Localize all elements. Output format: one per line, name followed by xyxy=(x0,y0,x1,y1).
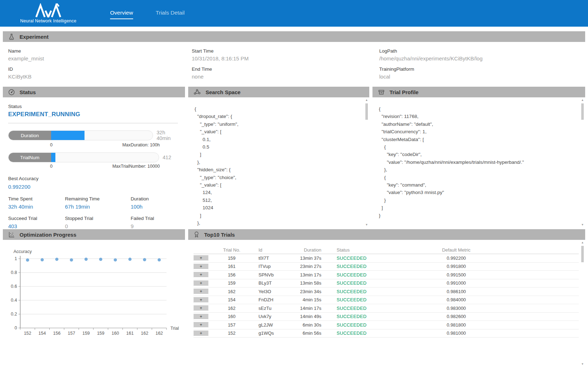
experiment-id-value: KCiBytKB xyxy=(8,74,192,82)
status-cell: SUCCEEDED xyxy=(323,314,405,319)
trial-id-cell: ITVup xyxy=(254,264,291,269)
scroll-down-icon[interactable]: ▼ xyxy=(364,223,369,227)
main-tabs: Overview Trials Detail xyxy=(109,7,186,19)
stat-value: 9 xyxy=(131,223,180,228)
scroll-up-icon[interactable]: ▲ xyxy=(580,98,585,102)
svg-text:157: 157 xyxy=(68,331,75,336)
duration-cell: 13min 17s xyxy=(291,272,323,278)
top10-table: Trial No. Id Duration Status Default Met… xyxy=(188,240,585,338)
divider xyxy=(8,123,178,123)
svg-text:154: 154 xyxy=(38,331,46,336)
col-default-metric: Default Metric xyxy=(405,247,508,253)
stat-label: Duration xyxy=(131,196,180,201)
scatter-chart-icon xyxy=(8,231,15,238)
trial-profile-scrollbar[interactable]: ▲ ▼ xyxy=(580,98,585,227)
top10-scrollbar[interactable]: ▲ ▼ xyxy=(580,241,585,366)
status-cell: SUCCEEDED xyxy=(323,289,405,294)
svg-text:0.4: 0.4 xyxy=(11,298,17,303)
duration-progress-label: Duration xyxy=(9,131,51,140)
table-row: +154FnDZH4min 15sSUCCEEDED0.984000 xyxy=(194,296,579,305)
table-row: +160Uvk7y14min 49sSUCCEEDED0.982600 xyxy=(194,313,579,321)
best-accuracy: Best Accuracy 0.992200 xyxy=(8,176,180,190)
svg-text:161: 161 xyxy=(126,331,134,336)
app-header: Neural Network Intelligence Overview Tri… xyxy=(0,0,588,27)
stat-label: Failed Trial xyxy=(131,216,180,221)
trial-profile-panel: Trial Profile { "revision": 11768, "auth… xyxy=(372,87,585,228)
col-id: Id xyxy=(254,247,291,253)
field-label: Name xyxy=(8,46,192,55)
brand: Neural Network Intelligence xyxy=(13,3,84,23)
status-panel-title: Status xyxy=(20,89,36,95)
svg-text:0.2: 0.2 xyxy=(11,312,17,317)
max-trialnumber-label: MaxTrialNumber: 10000 xyxy=(112,164,160,169)
trialnum-progress-label: TrialNum xyxy=(9,153,51,162)
expand-row-button[interactable]: + xyxy=(194,289,208,294)
tab-overview[interactable]: Overview xyxy=(109,7,135,19)
stat-failed-trial: Failed Trial9 xyxy=(131,216,180,228)
expand-row-button[interactable]: + xyxy=(194,322,208,328)
duration-progress: Duration 32h 40min 0 MaxDuration: 100h xyxy=(8,130,180,147)
search-space-title: Search Space xyxy=(206,89,240,95)
field-label: TrainingPlatform xyxy=(379,64,580,74)
scroll-up-icon[interactable]: ▲ xyxy=(580,241,585,245)
table-row: +157gL2JW6min 30sSUCCEEDED0.981800 xyxy=(194,321,579,329)
flask-icon xyxy=(8,33,15,40)
duration-min-label: 0 xyxy=(50,142,53,147)
scroll-down-icon[interactable]: ▼ xyxy=(580,362,585,366)
expand-row-button[interactable]: + xyxy=(194,255,208,261)
duration-cell: 23min 27s xyxy=(291,264,323,269)
expand-row-button[interactable]: + xyxy=(194,264,208,269)
stat-value: 100h xyxy=(131,204,180,210)
search-space-scrollbar[interactable]: ▲ ▼ xyxy=(364,98,369,227)
expand-row-button[interactable]: + xyxy=(194,280,208,286)
search-space-panel: Search Space { "dropout_rate": { "_type"… xyxy=(188,87,369,228)
stat-remaining-time: Remaining Time67h 19min xyxy=(65,196,131,210)
trialnum-min-label: 0 xyxy=(50,164,53,169)
status-cell: SUCCEEDED xyxy=(323,264,405,269)
status-cell: SUCCEEDED xyxy=(323,297,405,302)
stat-value: 403 xyxy=(8,223,65,228)
expand-row-button[interactable]: + xyxy=(194,297,208,303)
field-label: Start Time xyxy=(192,46,379,55)
svg-text:162: 162 xyxy=(156,331,163,336)
status-cell: SUCCEEDED xyxy=(323,272,405,278)
expand-row-button[interactable]: + xyxy=(194,272,208,278)
status-cell: SUCCEEDED xyxy=(323,330,405,336)
col-status: Status xyxy=(323,247,405,253)
stat-label: Succeed Trial xyxy=(8,216,65,221)
scroll-down-icon[interactable]: ▼ xyxy=(580,223,585,227)
default-metric-cell: 0.984000 xyxy=(405,297,508,302)
best-accuracy-value: 0.992200 xyxy=(8,184,180,190)
default-metric-cell: 0.991500 xyxy=(405,272,508,278)
scrollbar-thumb[interactable] xyxy=(365,103,368,120)
default-metric-cell: 0.981000 xyxy=(405,330,508,336)
top10-trials-panel: Top10 Trials Trial No. Id Duration Statu… xyxy=(188,229,585,366)
expand-row-button[interactable]: + xyxy=(194,305,208,311)
optimization-progress-header: Optimization Progress xyxy=(3,229,185,240)
trial-id-cell: gL2JW xyxy=(254,322,291,328)
expand-row-button[interactable]: + xyxy=(194,330,208,336)
table-row: +161ITVup23min 27sSUCCEEDED0.991800 xyxy=(194,263,579,271)
field-label: ID xyxy=(8,64,192,74)
scrollbar-thumb[interactable] xyxy=(581,246,584,262)
experiment-panel-header: Experiment xyxy=(3,31,585,42)
svg-text:Accuracy: Accuracy xyxy=(13,249,32,254)
status-cell: SUCCEEDED xyxy=(323,322,405,328)
status-panel-header: Status xyxy=(3,87,185,97)
search-space-json: { "dropout_rate": { "_type": "uniform", … xyxy=(188,97,369,228)
trial-id-cell: YeI3O xyxy=(254,289,291,294)
duration-cell: 6min 56s xyxy=(291,330,323,336)
expand-row-button[interactable]: + xyxy=(194,314,208,319)
tab-trials-detail[interactable]: Trials Detail xyxy=(154,7,186,19)
table-row: +152g1WQs6min 56sSUCCEEDED0.981000 xyxy=(194,329,579,338)
scroll-up-icon[interactable]: ▲ xyxy=(364,98,369,102)
trialnum-progress: TrialNum 412 0 MaxTrialNumber: 10000 xyxy=(8,152,180,169)
svg-text:159: 159 xyxy=(97,331,104,336)
stat-succeed-trial: Succeed Trial403 xyxy=(8,216,65,228)
col-duration: Duration xyxy=(291,247,323,253)
scrollbar-thumb[interactable] xyxy=(581,103,584,120)
field-label: LogPath xyxy=(379,46,580,55)
trial-id-cell: Uvk7y xyxy=(254,314,291,319)
active-tab-underline xyxy=(110,18,133,19)
col-trial-no: Trial No. xyxy=(209,247,254,253)
